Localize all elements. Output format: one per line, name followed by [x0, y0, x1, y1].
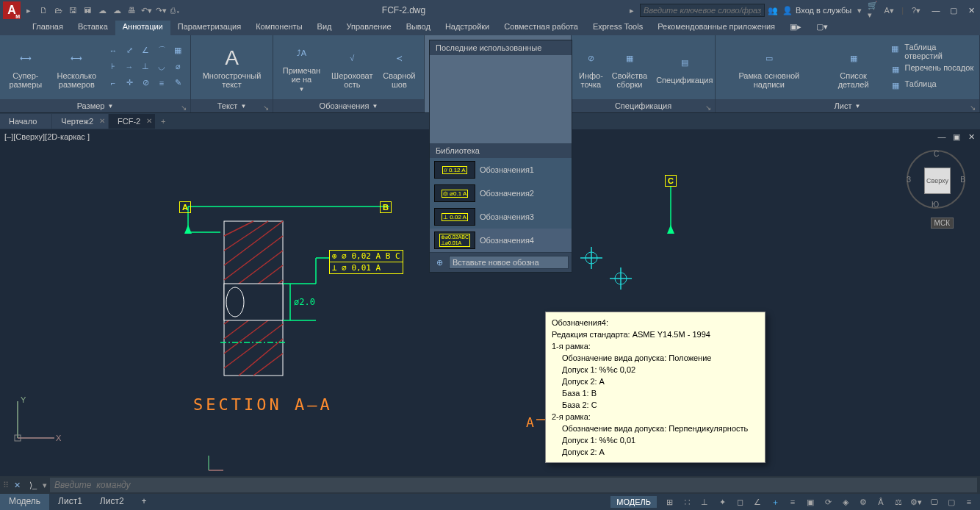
- surface-button[interactable]: √ Шероховат ость: [328, 45, 376, 90]
- command-input[interactable]: [50, 478, 977, 492]
- doctab-2-close-icon[interactable]: ✕: [146, 117, 152, 125]
- a360-icon[interactable]: 👥: [766, 4, 779, 17]
- infopoint-button[interactable]: ⊘ Инфо-точка: [576, 45, 606, 90]
- sb-scale-icon[interactable]: ⚖: [890, 495, 907, 509]
- layout-2[interactable]: Лист2: [91, 494, 133, 510]
- dim-spc-icon[interactable]: ≡: [155, 76, 168, 90]
- panel-dim-launcher-icon[interactable]: ↘: [181, 104, 188, 111]
- weld-button[interactable]: ≺ Сварной шов: [379, 45, 419, 90]
- rtab-express[interactable]: Express Tools: [586, 21, 650, 35]
- rtab-view[interactable]: Вид: [310, 21, 339, 35]
- sb-snap-icon[interactable]: ⸬: [679, 495, 695, 509]
- vp-max-icon[interactable]: ▣: [951, 131, 962, 143]
- sb-ws-icon[interactable]: ⚙▾: [908, 495, 924, 509]
- save-icon[interactable]: 🖫: [66, 4, 79, 17]
- redo-icon[interactable]: ↷▾: [154, 4, 167, 17]
- doctab-add-icon[interactable]: +: [156, 114, 170, 129]
- wcs-badge[interactable]: МСК: [931, 218, 954, 229]
- new-icon[interactable]: ▸: [22, 4, 35, 17]
- multi-dim-button[interactable]: ⟷ Несколько размеров: [50, 45, 104, 90]
- panel-spec-title[interactable]: Спецификация: [572, 99, 715, 112]
- dim-brk-icon[interactable]: ⊘: [139, 76, 152, 90]
- sb-dyn-icon[interactable]: ＋: [767, 495, 783, 509]
- panel-sym-title[interactable]: Обозначения▼: [273, 99, 424, 112]
- sb-lw-icon[interactable]: ≡: [785, 495, 801, 509]
- app-a-icon[interactable]: A▾: [882, 4, 896, 17]
- rtab-apps[interactable]: Рекомендованные приложения: [650, 21, 782, 35]
- gallery-name-input[interactable]: [449, 256, 569, 269]
- cart-icon[interactable]: 🛒▾: [868, 4, 881, 17]
- sb-osnap-icon[interactable]: ◻: [732, 495, 748, 509]
- dim-dia-icon[interactable]: ⌀: [171, 60, 184, 73]
- dim-align-icon[interactable]: ⤢: [123, 44, 136, 57]
- signin-dd-icon[interactable]: ▾: [853, 4, 866, 17]
- panel-dim-title[interactable]: Размер▼: [0, 99, 190, 112]
- dim-jog-icon[interactable]: ⌐: [107, 76, 120, 90]
- new-file-icon[interactable]: 🗋: [37, 4, 50, 17]
- app-logo[interactable]: A: [3, 1, 21, 19]
- gallery-new-icon[interactable]: ⊕: [433, 256, 446, 269]
- undo-icon[interactable]: ↶▾: [140, 4, 153, 17]
- search-input[interactable]: [640, 4, 765, 17]
- viewcube[interactable]: С Ю В З Сверху: [907, 150, 965, 209]
- titleblock-button[interactable]: ▭ Рамка основной надписи: [720, 45, 818, 90]
- signin-link[interactable]: Вход в службы: [796, 6, 851, 15]
- panel-spec-launcher-icon[interactable]: ↘: [705, 104, 713, 111]
- layout-model[interactable]: Модель: [0, 494, 49, 510]
- panel-text-launcher-icon[interactable]: ↘: [263, 104, 270, 111]
- dim-tol-icon[interactable]: ▦: [171, 44, 184, 57]
- assy-props-button[interactable]: ▦ Свойства сборки: [609, 45, 650, 90]
- maximize-icon[interactable]: ▢: [948, 4, 959, 16]
- doctab-start[interactable]: Начало: [0, 114, 51, 129]
- saveas-icon[interactable]: 🖬: [81, 4, 94, 17]
- note-button[interactable]: ⤴A Примечан ие на▼: [278, 40, 325, 96]
- doctab-2[interactable]: FCF-2✕: [109, 114, 155, 129]
- sb-model-badge[interactable]: МОДЕЛЬ: [610, 496, 657, 508]
- fittable-button[interactable]: ▦Перечень посадок: [889, 63, 975, 76]
- sb-anno-icon[interactable]: Å: [873, 495, 889, 509]
- layout-1[interactable]: Лист1: [49, 494, 91, 510]
- rtab-collapse-icon[interactable]: ▢▾: [809, 21, 835, 35]
- gallery-item-1[interactable]: // 0.12 AОбозначения1: [430, 158, 572, 182]
- help-icon[interactable]: ?▾: [909, 4, 923, 17]
- vc-south[interactable]: Ю: [932, 201, 939, 209]
- print-icon[interactable]: 🖶: [125, 4, 138, 17]
- gallery-item-3[interactable]: ⊥ 0.02 AОбозначения3: [430, 205, 572, 229]
- sb-polar-icon[interactable]: ✦: [714, 495, 730, 509]
- rtab-param[interactable]: Параметризация: [170, 21, 248, 35]
- close-icon[interactable]: ✕: [965, 4, 977, 16]
- sb-otrack-icon[interactable]: ∠: [749, 495, 765, 509]
- rtab-collab[interactable]: Совместная работа: [497, 21, 586, 35]
- dim-linear-icon[interactable]: ↔: [107, 44, 120, 57]
- vc-west[interactable]: З: [907, 176, 911, 184]
- doctab-1[interactable]: Чертеж2✕: [52, 114, 108, 129]
- sb-mon-icon[interactable]: 🖵: [926, 495, 942, 509]
- panel-sheet-launcher-icon[interactable]: ↘: [970, 104, 977, 111]
- mtext-button[interactable]: A Многострочный текст: [195, 45, 268, 90]
- dim-angle-icon[interactable]: ∠: [139, 44, 152, 57]
- panel-sheet-title[interactable]: Лист▼: [716, 99, 979, 112]
- dim-base-icon[interactable]: ⊦: [107, 60, 120, 73]
- vp-close-icon[interactable]: ✕: [965, 131, 977, 143]
- vp-min-icon[interactable]: —: [936, 131, 948, 143]
- rtab-manage[interactable]: Управление: [339, 21, 398, 35]
- rtab-home[interactable]: Главная: [25, 21, 71, 35]
- cloud-save-icon[interactable]: ☁: [110, 4, 123, 17]
- open-icon[interactable]: 🗁: [51, 4, 65, 17]
- dim-arc-icon[interactable]: ⌒: [155, 44, 168, 57]
- doctab-1-close-icon[interactable]: ✕: [99, 117, 105, 125]
- sb-cust-icon[interactable]: ≡: [961, 495, 977, 509]
- sb-trans-icon[interactable]: ▣: [802, 495, 818, 509]
- sb-grid-icon[interactable]: ⊞: [661, 495, 677, 509]
- vc-east[interactable]: В: [960, 176, 965, 184]
- partslist-button[interactable]: ▦ Список деталей: [821, 45, 886, 90]
- vc-face[interactable]: Сверху: [924, 168, 951, 194]
- bom-button[interactable]: ▤ Спецификация: [653, 49, 716, 86]
- user-icon[interactable]: 👤: [781, 4, 794, 17]
- dim-edit-icon[interactable]: ✎: [171, 76, 184, 90]
- sb-qs-icon[interactable]: ⚙: [855, 495, 871, 509]
- rtab-output[interactable]: Вывод: [399, 21, 438, 35]
- gallery-item-4[interactable]: ⊕⌀0.02ABC⊥⌀0.01AОбозначения4: [430, 229, 572, 252]
- sb-3d-icon[interactable]: ◈: [837, 495, 854, 509]
- vc-north[interactable]: С: [934, 150, 939, 158]
